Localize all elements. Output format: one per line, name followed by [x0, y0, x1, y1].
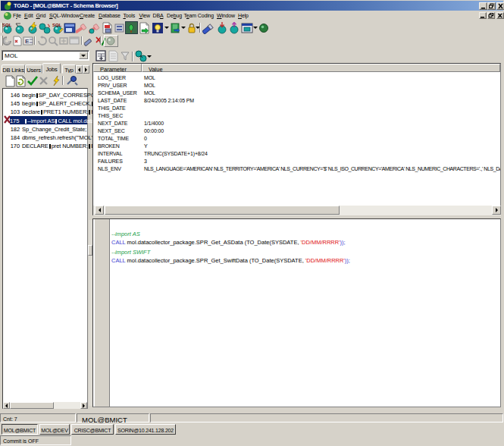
- svg-text:E: E: [25, 38, 30, 45]
